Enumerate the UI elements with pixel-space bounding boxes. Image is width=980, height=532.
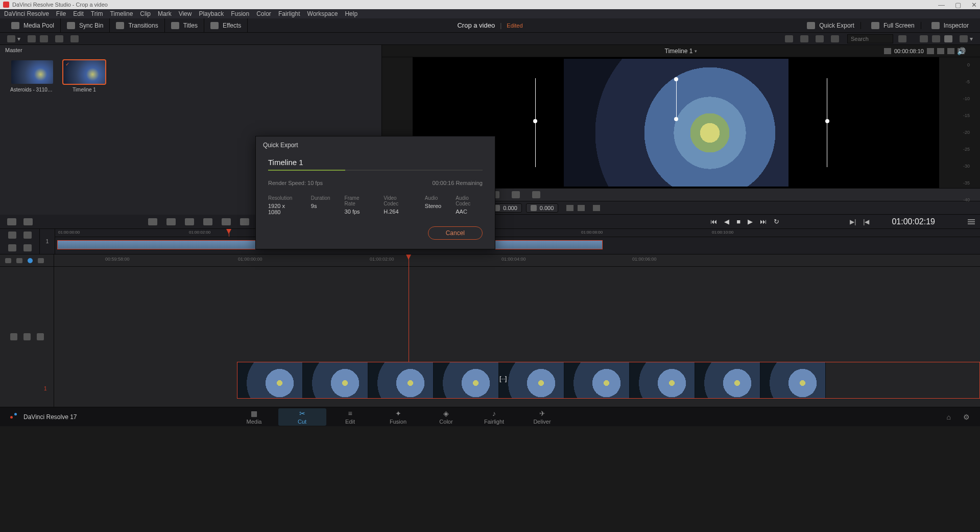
menu-mark[interactable]: Mark (158, 10, 172, 17)
menu-trim[interactable]: Trim (91, 10, 103, 17)
menu-help[interactable]: Help (345, 10, 357, 17)
page-color[interactable]: ◈Color (422, 408, 470, 426)
next-edit-button[interactable]: |◀ (863, 218, 869, 225)
marker-btn-icon[interactable] (16, 258, 22, 263)
project-settings-button[interactable]: ⚙ (963, 413, 970, 421)
media-timeline[interactable]: Timeline 1 (63, 60, 105, 92)
trim-tool-b-icon[interactable] (23, 232, 32, 239)
window-maximize-button[interactable]: ▢ (955, 1, 961, 9)
flip-v-icon[interactable] (578, 205, 585, 211)
menu-workspace[interactable]: Workspace (307, 10, 338, 17)
flip-h-icon[interactable] (566, 205, 573, 211)
thumbnail-view-icon[interactable] (800, 35, 808, 42)
video-clip[interactable] (237, 362, 980, 399)
marker-icon[interactable] (927, 48, 934, 54)
page-edit[interactable]: ≡Edit (326, 408, 374, 426)
sync-icon[interactable] (55, 35, 63, 42)
go-to-start-button[interactable]: ⏮ (710, 218, 717, 225)
page-fusion[interactable]: ✦Fusion (374, 408, 422, 426)
play-button[interactable]: ▶ (748, 218, 753, 225)
media-pool-button[interactable]: Media Pool (5, 18, 61, 32)
lock-icon[interactable] (10, 333, 17, 340)
titles-button[interactable]: Titles (165, 18, 204, 32)
monitor-icon[interactable] (37, 333, 44, 340)
metadata-view-icon[interactable] (785, 35, 793, 42)
mute-icon[interactable] (23, 333, 31, 340)
viewer-timeline-name[interactable]: Timeline 1 ▾ (665, 48, 698, 55)
prev-edit-button[interactable]: ▶| (850, 218, 856, 225)
timeline-ruler[interactable]: 00:59:58:00 01:00:00:00 01:00:02:00 01:0… (54, 255, 980, 267)
audio-tool-icon[interactable] (512, 191, 520, 198)
speaker-icon[interactable]: 🔊 (957, 47, 966, 55)
smart-insert-icon[interactable] (148, 218, 157, 225)
play-reverse-button[interactable]: ◀ (724, 218, 729, 225)
menu-davinci-resolve[interactable]: DaVinci Resolve (4, 10, 49, 17)
ripple-overwrite-icon[interactable] (185, 218, 194, 225)
music-icon[interactable] (532, 191, 540, 198)
trim-tool-a-icon[interactable] (8, 232, 16, 239)
chevron-down-icon[interactable]: ▾ (970, 35, 975, 42)
menu-file[interactable]: File (56, 10, 66, 17)
boring-detector-icon[interactable] (7, 218, 16, 225)
safe-area-icon[interactable] (884, 48, 891, 54)
import-folder-icon[interactable] (40, 35, 48, 42)
menu-color[interactable]: Color (256, 10, 271, 17)
audio-track-icon[interactable] (38, 258, 44, 263)
viewer-source-icon[interactable] (920, 35, 928, 42)
color-chip-icon[interactable] (28, 258, 33, 263)
link-icon[interactable] (70, 35, 79, 42)
timeline-tracks[interactable]: 00:59:58:00 01:00:00:00 01:00:02:00 01:0… (54, 255, 980, 407)
trim-tool-c-icon[interactable] (8, 244, 16, 251)
page-media[interactable]: ▦Media (230, 408, 278, 426)
menu-clip[interactable]: Clip (140, 10, 151, 17)
menu-fusion[interactable]: Fusion (231, 10, 249, 17)
crop-r-param[interactable]: 0.000 (526, 203, 559, 213)
chevron-down-icon[interactable]: ▾ (17, 35, 22, 42)
timeline-options-icon[interactable] (968, 219, 975, 224)
bin-list-icon[interactable] (7, 35, 15, 42)
inspector-button[interactable]: Inspector (925, 22, 975, 29)
strip-view-icon[interactable] (816, 35, 824, 42)
media-clip[interactable]: Asteroids - 31105... (10, 60, 54, 92)
overview-tracks[interactable]: 01:00:00:00 01:00:02:00 01:00:08:00 01:0… (55, 229, 980, 254)
reset-icon[interactable] (593, 205, 600, 211)
overview-ruler[interactable]: 01:00:00:00 01:00:02:00 01:00:08:00 01:0… (55, 229, 980, 237)
go-to-end-button[interactable]: ⏭ (760, 218, 767, 225)
append-icon[interactable] (166, 218, 176, 225)
import-media-icon[interactable] (28, 35, 36, 42)
viewer-dual-icon[interactable] (944, 35, 952, 42)
home-button[interactable]: ⌂ (947, 413, 951, 421)
menu-timeline[interactable]: Timeline (110, 10, 133, 17)
overview-track-number[interactable]: 1 (40, 229, 55, 254)
cancel-button[interactable]: Cancel (428, 226, 483, 240)
trim-tool-d-icon[interactable] (23, 244, 32, 251)
quick-export-button[interactable]: Quick Export (801, 22, 861, 29)
menu-playback[interactable]: Playback (199, 10, 224, 17)
menu-fairlight[interactable]: Fairlight (278, 10, 300, 17)
search-input[interactable] (847, 34, 893, 43)
sync-bin-button[interactable]: Sync Bin (61, 18, 110, 32)
guides-icon[interactable] (937, 48, 944, 54)
sort-icon[interactable] (898, 35, 906, 42)
menu-view[interactable]: View (179, 10, 192, 17)
effects-button[interactable]: Effects (204, 18, 248, 32)
place-on-top-icon[interactable] (222, 218, 231, 225)
snap-icon[interactable] (5, 258, 11, 263)
bypass-icon[interactable] (947, 48, 954, 54)
split-icon[interactable] (23, 218, 33, 225)
transitions-button[interactable]: Transitions (110, 18, 164, 32)
source-overwrite-icon[interactable] (240, 218, 249, 225)
page-fairlight[interactable]: ♪Fairlight (470, 408, 518, 426)
viewer-mode-icon[interactable] (960, 35, 968, 42)
menu-edit[interactable]: Edit (73, 10, 84, 17)
window-minimize-button[interactable]: — (938, 1, 945, 9)
viewer-tape-icon[interactable] (932, 35, 940, 42)
stop-button[interactable]: ■ (736, 218, 740, 225)
loop-button[interactable]: ↻ (774, 218, 779, 225)
window-close-button[interactable]: ✕ (971, 1, 977, 9)
page-cut[interactable]: ✂Cut (278, 408, 326, 426)
page-deliver[interactable]: ✈Deliver (518, 408, 566, 426)
full-screen-button[interactable]: Full Screen (865, 22, 921, 29)
bin-name[interactable]: Master (0, 45, 381, 55)
list-view-icon[interactable] (831, 35, 839, 42)
